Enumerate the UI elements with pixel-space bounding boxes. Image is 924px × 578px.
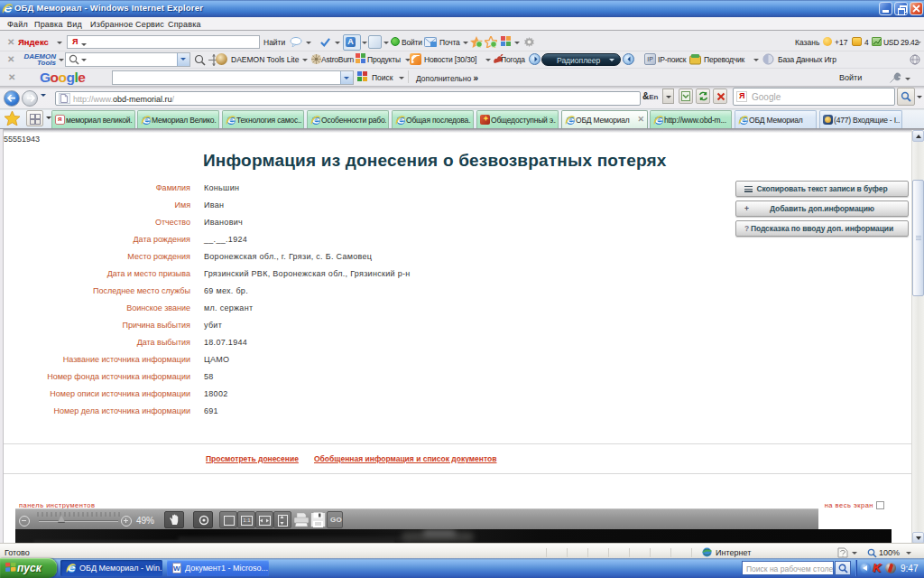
svg-text:W: W (173, 564, 180, 573)
